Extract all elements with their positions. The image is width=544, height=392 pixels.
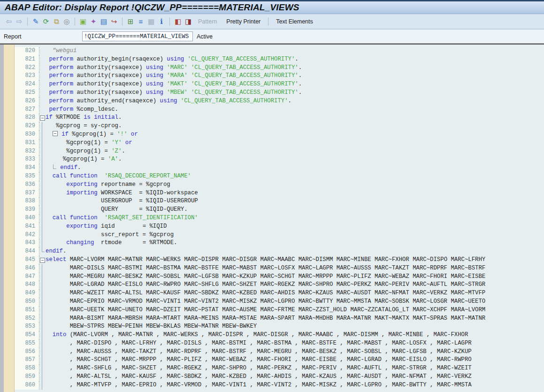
line-number[interactable]: 821 (15, 55, 39, 64)
code-editor[interactable]: 820 "webgui821 perform authority_begin(r… (0, 45, 544, 392)
code-line[interactable]: 827 perform %comp_ldesc. (15, 106, 544, 114)
breakpoint-gutter[interactable] (4, 45, 15, 392)
code-line[interactable]: 855 , MARC-DISPO , MARC-LFRHY , MARC-DIS… (15, 339, 544, 348)
line-number[interactable]: 836 (15, 181, 39, 189)
code-line[interactable]: 846 MARC~DISLS MARC~BSTMI MARC~BSTMA MAR… (15, 264, 544, 273)
line-number[interactable]: 838 (15, 197, 39, 206)
code-line[interactable]: 829 %gcprog = sy-cprog. (15, 122, 544, 131)
sapgui-screen-icon[interactable]: ◧ (173, 16, 183, 27)
code-line[interactable]: 824 perform authority(rsaqexce) using 'M… (15, 80, 544, 89)
line-number[interactable]: 851 (15, 306, 39, 315)
line-number[interactable]: 855 (15, 339, 39, 348)
line-number[interactable]: 835 (15, 172, 39, 181)
line-number[interactable]: 859 (15, 373, 39, 381)
code-line[interactable]: 857 , MARC-SCHGT , MARC-MRPPP , MARC-PLI… (15, 356, 544, 364)
line-number[interactable]: 834 (15, 164, 39, 172)
line-number[interactable]: 826 (15, 97, 39, 106)
line-number[interactable]: 828 (15, 114, 39, 122)
exit-icon[interactable]: ↪ (109, 16, 119, 27)
line-number[interactable]: 830 (15, 131, 39, 139)
code-line[interactable]: 842 sscr_report = %gcprog (15, 231, 544, 239)
code-line[interactable]: 828if %RTMODE is initial. (15, 114, 544, 122)
line-number[interactable]: 829 (15, 122, 39, 131)
line-number[interactable]: 831 (15, 139, 39, 147)
line-number[interactable]: 820 (15, 47, 39, 55)
line-number[interactable]: 839 (15, 206, 39, 214)
code-line[interactable]: 852 MARA~BISMT MARA~MBRSH MARA~MTART MAR… (15, 315, 544, 323)
code-line[interactable]: 845select MARC~LVORM MARC~MATNR MARC~WER… (15, 256, 544, 264)
code-line[interactable]: 830 if %gcprog(1) = '!' or (15, 131, 544, 139)
code-line[interactable]: 820 "webgui (15, 47, 544, 55)
line-number[interactable]: 857 (15, 356, 39, 364)
pretty-printer-button[interactable]: Pretty Printer (226, 18, 261, 25)
forward-icon[interactable]: ⇨ (14, 16, 24, 27)
sort-icon[interactable]: ≡ (136, 16, 146, 27)
pattern-button[interactable]: Pattern (198, 18, 217, 25)
code-line[interactable]: 854 into (MARC-LVORM , MARC-MATNR , MARC… (15, 331, 544, 339)
code-line[interactable]: 848 MARC~LGRAD MARC~EISLO MARC~RWPRO MAR… (15, 281, 544, 289)
line-number[interactable]: 824 (15, 80, 39, 89)
line-number[interactable]: 837 (15, 189, 39, 198)
line-number[interactable]: 825 (15, 89, 39, 97)
line-number[interactable]: 841 (15, 223, 39, 231)
code-line[interactable]: 851 MARC~UEETK MARC~UNETO MARC~DZEIT MAR… (15, 306, 544, 315)
line-number[interactable]: 822 (15, 64, 39, 72)
code-line[interactable]: 825 perform authority(rsaqexce) using 'M… (15, 89, 544, 97)
code-line[interactable]: 823 perform authority(rsaqexce) using 'M… (15, 72, 544, 80)
line-number[interactable]: 827 (15, 106, 39, 114)
code-line[interactable]: 860 , MARC-MTVFP , MARC-EPRIO , MARC-VRM… (15, 381, 544, 390)
code-line[interactable]: 836 exporting reportname = %gcprog (15, 181, 544, 189)
refresh-icon[interactable]: ⟳ (41, 16, 51, 27)
code-line[interactable]: 844endif. (15, 247, 544, 256)
code-line[interactable]: 833 %gcprog(1) = 'A'. (15, 155, 544, 164)
line-number[interactable]: 840 (15, 214, 39, 223)
line-number[interactable]: 850 (15, 298, 39, 306)
line-number[interactable]: 848 (15, 281, 39, 289)
line-number[interactable]: 853 (15, 323, 39, 331)
code-line[interactable]: 841 exporting iqid = %IQID (15, 223, 544, 231)
where-used-icon[interactable]: ◎ (61, 16, 72, 27)
report-input[interactable] (82, 31, 193, 41)
choose-icon[interactable]: ▣ (78, 16, 88, 27)
line-number[interactable]: 860 (15, 381, 39, 390)
code-line[interactable]: 835 call function 'RSAQ_DECODE_REPORT_NA… (15, 172, 544, 181)
info-icon[interactable]: ℹ (156, 16, 167, 27)
line-number[interactable]: 842 (15, 231, 39, 239)
line-number[interactable]: 843 (15, 239, 39, 247)
fold-collapse-icon[interactable] (39, 114, 46, 122)
code-line[interactable]: 859 , MARC-ALTSL , MARC-KAUSF , MARC-SBD… (15, 373, 544, 381)
line-number[interactable]: 854 (15, 331, 39, 339)
code-line[interactable]: 838 USERGROUP = %IQID-USERGROUP (15, 197, 544, 206)
text-elements-button[interactable]: Text Elements (276, 18, 313, 25)
code-line[interactable]: 853 MBEW~STPRS MBEW~PEINH MBEW~BKLAS MBE… (15, 323, 544, 331)
line-number[interactable]: 847 (15, 273, 39, 281)
display-change-icon[interactable]: ✎ (31, 16, 41, 27)
code-line[interactable]: 834 endif. (15, 164, 544, 172)
code-line[interactable]: 821 perform authority_begin(rsaqexce) us… (15, 55, 544, 64)
code-line[interactable]: 847 MARC~MEGRU MARC~BESKZ MARC~SOBSL MAR… (15, 273, 544, 281)
line-number[interactable]: 833 (15, 155, 39, 164)
pattern-wand-icon[interactable]: ✦ (88, 16, 99, 27)
code-line[interactable]: 826 perform authority_end(rsaqexce) usin… (15, 97, 544, 106)
line-number[interactable]: 823 (15, 72, 39, 80)
line-number[interactable]: 858 (15, 364, 39, 373)
back-icon[interactable]: ⇦ (4, 16, 14, 27)
code-line[interactable]: 839 QUERY = %IQID-QUERY. (15, 206, 544, 214)
line-number[interactable]: 846 (15, 264, 39, 273)
code-line[interactable]: 849 MARC~WZEIT MARC~ALTSL MARC~KAUSF MAR… (15, 289, 544, 298)
copy-icon[interactable]: ⧉ (51, 16, 61, 27)
code-line[interactable]: 837 importing WORKSPACE = %IQID-workspac… (15, 189, 544, 198)
line-number[interactable]: 856 (15, 348, 39, 356)
code-line[interactable]: 858 , MARC-SHFLG , MARC-SHZET , MARC-RGE… (15, 364, 544, 373)
code-line[interactable]: 832 %gcprog(1) = 'Z'. (15, 147, 544, 156)
table-icon[interactable]: ▦ (146, 16, 156, 27)
code-line[interactable]: 822 perform authority(rsaqexce) using 'M… (15, 64, 544, 72)
line-number[interactable]: 845 (15, 256, 39, 264)
fold-collapse-icon[interactable] (53, 131, 58, 136)
stop-transaction-icon[interactable]: ◨ (183, 16, 193, 27)
line-number[interactable]: 844 (15, 247, 39, 256)
code-line[interactable]: 843 changing rtmode = %RTMODE. (15, 239, 544, 247)
line-number[interactable]: 849 (15, 289, 39, 298)
line-number[interactable]: 852 (15, 315, 39, 323)
code-line[interactable]: 850 MARC~EPRIO MARC~VRMOD MARC~VINT1 MAR… (15, 298, 544, 306)
